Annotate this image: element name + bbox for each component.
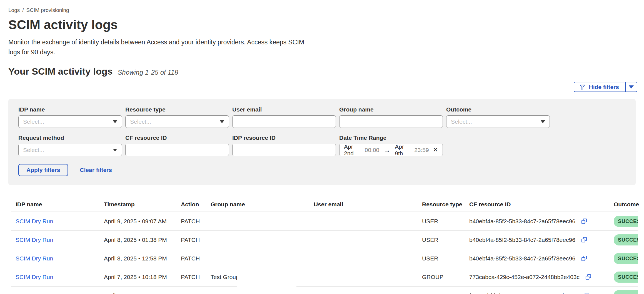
action-cell: PATCH bbox=[176, 249, 206, 268]
copy-icon[interactable] bbox=[583, 292, 589, 294]
page-title: SCIM activity logs bbox=[8, 17, 638, 32]
copy-icon[interactable] bbox=[581, 218, 587, 224]
table-row: SCIM Dry Run April 9, 2025 • 09:07 AM PA… bbox=[11, 212, 638, 230]
resource-type-cell: USER bbox=[418, 212, 465, 230]
user-email-cell bbox=[309, 268, 418, 286]
col-header-action: Action bbox=[176, 198, 206, 212]
timestamp-cell: April 7, 2025 • 10:18 PM bbox=[99, 268, 176, 286]
status-badge: SUCCESS bbox=[614, 216, 638, 227]
hide-filters-label: Hide filters bbox=[589, 84, 619, 90]
group-name-cell bbox=[206, 212, 309, 230]
request-method-select[interactable]: Select... bbox=[18, 144, 122, 156]
col-header-group-name: Group name bbox=[206, 198, 309, 212]
date-time-range-picker[interactable]: Apr 2nd 00:00 → Apr 9th 23:59 ✕ bbox=[339, 144, 443, 156]
user-email-cell bbox=[309, 230, 418, 249]
outcome-select[interactable]: Select... bbox=[446, 115, 550, 128]
outcome-label: Outcome bbox=[446, 106, 550, 113]
clear-filters-link[interactable]: Clear filters bbox=[80, 167, 112, 173]
request-method-label: Request method bbox=[18, 135, 122, 141]
idp-name-link[interactable]: SCIM Dry Run bbox=[16, 218, 53, 224]
range-start-date: Apr 2nd bbox=[344, 143, 361, 157]
section-header: Your SCIM activity logs Showing 1-25 of … bbox=[8, 66, 638, 77]
date-time-range-label: Date Time Range bbox=[339, 135, 443, 141]
cf-resource-id-value: b40ebf4a-85f2-5b33-84c7-2a65f78eec96 bbox=[469, 237, 575, 243]
timestamp-cell: April 9, 2025 • 09:07 AM bbox=[99, 212, 176, 230]
resource-type-cell: GROUP bbox=[418, 268, 465, 286]
action-cell: PATCH bbox=[176, 230, 206, 249]
idp-name-select[interactable]: Select... bbox=[18, 115, 122, 128]
copy-icon[interactable] bbox=[585, 274, 591, 280]
resource-type-label: Resource type bbox=[125, 106, 229, 113]
range-end-date: Apr 9th bbox=[395, 143, 410, 157]
idp-resource-id-input[interactable] bbox=[232, 144, 336, 156]
range-end-time: 23:59 bbox=[414, 147, 429, 153]
action-cell: PATCH bbox=[176, 286, 206, 294]
copy-icon[interactable] bbox=[581, 255, 587, 262]
user-email-input[interactable] bbox=[232, 115, 336, 128]
filter-field-idp-name: IDP name Select... bbox=[18, 106, 122, 128]
table-header-row: IDP name Timestamp Action Group name Use… bbox=[11, 198, 638, 212]
chevron-down-icon bbox=[113, 149, 117, 151]
filter-field-user-email: User email bbox=[232, 106, 336, 128]
filter-field-idp-resource-id: IDP resource ID bbox=[232, 135, 336, 156]
idp-name-link[interactable]: SCIM Dry Run bbox=[16, 292, 53, 294]
cf-resource-id-input[interactable] bbox=[125, 144, 229, 156]
filter-funnel-icon bbox=[579, 84, 585, 90]
cf-resource-id-label: CF resource ID bbox=[125, 135, 229, 141]
filter-field-request-method: Request method Select... bbox=[18, 135, 122, 156]
group-name-cell bbox=[206, 230, 309, 249]
idp-name-link[interactable]: SCIM Dry Run bbox=[16, 237, 53, 243]
user-email-label: User email bbox=[232, 106, 336, 113]
cf-resource-id-value: 773cabca-429c-452e-a072-2448bb2e403c bbox=[469, 274, 580, 280]
user-email-cell bbox=[309, 212, 418, 230]
status-badge: SUCCESS bbox=[614, 234, 638, 245]
scim-logs-table-container: IDP name Timestamp Action Group name Use… bbox=[11, 198, 638, 294]
col-header-resource-type: Resource type bbox=[418, 198, 465, 212]
filter-field-date-time-range: Date Time Range Apr 2nd 00:00 → Apr 9th … bbox=[339, 135, 443, 156]
resource-type-cell: GROUP bbox=[418, 286, 465, 294]
chevron-down-icon bbox=[541, 120, 545, 123]
filter-field-outcome: Outcome Select... bbox=[446, 106, 550, 128]
filter-field-cf-resource-id: CF resource ID bbox=[125, 135, 229, 156]
breadcrumb-link-logs[interactable]: Logs bbox=[8, 7, 20, 13]
user-email-cell bbox=[309, 249, 418, 268]
scim-activity-logs-page: Logs/SCIM provisioning SCIM activity log… bbox=[0, 0, 644, 294]
user-email-cell bbox=[309, 286, 418, 294]
filter-actions: Apply filters Clear filters bbox=[18, 164, 626, 176]
timestamp-cell: April 7, 2025 • 10:18 PM bbox=[99, 286, 176, 294]
timestamp-cell: April 8, 2025 • 01:38 PM bbox=[99, 230, 176, 249]
chevron-down-icon bbox=[113, 120, 117, 123]
table-row: SCIM Dry Run April 8, 2025 • 01:38 PM PA… bbox=[11, 230, 638, 249]
hide-filters-dropdown-toggle[interactable] bbox=[625, 82, 637, 92]
idp-name-label: IDP name bbox=[18, 106, 122, 113]
resource-type-select[interactable]: Select... bbox=[125, 115, 229, 128]
group-name-input[interactable] bbox=[339, 115, 443, 128]
action-cell: PATCH bbox=[176, 268, 206, 286]
col-header-user-email: User email bbox=[309, 198, 418, 212]
idp-resource-id-label: IDP resource ID bbox=[232, 135, 336, 141]
idp-name-link[interactable]: SCIM Dry Run bbox=[16, 255, 53, 262]
table-row: SCIM Dry Run April 7, 2025 • 10:18 PM PA… bbox=[11, 268, 638, 286]
filter-field-resource-type: Resource type Select... bbox=[125, 106, 229, 128]
page-description: Monitor the exchange of identity details… bbox=[8, 37, 306, 57]
resource-type-cell: USER bbox=[418, 249, 465, 268]
breadcrumb-current: SCIM provisioning bbox=[26, 7, 69, 13]
section-heading: Your SCIM activity logs bbox=[8, 66, 113, 77]
group-name-label: Group name bbox=[339, 106, 443, 113]
table-row: SCIM Dry Run April 7, 2025 • 10:18 PM PA… bbox=[11, 286, 638, 294]
table-row: SCIM Dry Run April 8, 2025 • 12:58 PM PA… bbox=[11, 249, 638, 268]
copy-icon[interactable] bbox=[581, 237, 587, 243]
timestamp-cell: April 8, 2025 • 12:58 PM bbox=[99, 249, 176, 268]
breadcrumb-separator: / bbox=[22, 7, 24, 13]
clear-date-range-icon[interactable]: ✕ bbox=[433, 147, 438, 153]
showing-count: Showing 1-25 of 118 bbox=[118, 69, 178, 76]
status-badge: SUCCESS bbox=[614, 290, 638, 294]
apply-filters-button[interactable]: Apply filters bbox=[18, 164, 68, 176]
action-cell: PATCH bbox=[176, 212, 206, 230]
filter-field-group-name: Group name bbox=[339, 106, 443, 128]
status-badge: SUCCESS bbox=[614, 253, 638, 264]
hide-filters-button[interactable]: Hide filters bbox=[574, 82, 637, 92]
col-header-cf-resource-id: CF resource ID bbox=[465, 198, 609, 212]
idp-name-link[interactable]: SCIM Dry Run bbox=[16, 274, 53, 280]
filter-panel: IDP name Select... Resource type Select.… bbox=[8, 99, 636, 185]
